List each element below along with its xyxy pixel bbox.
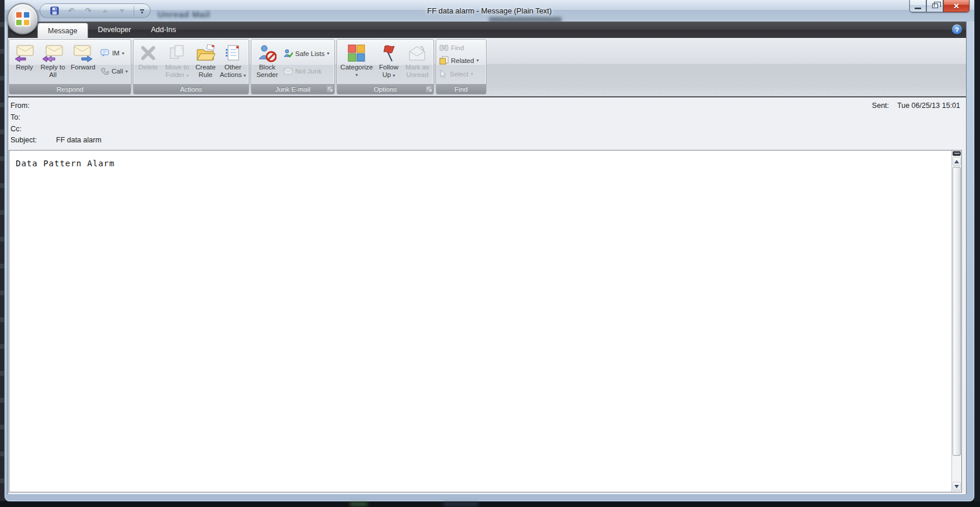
restore-button[interactable] <box>926 0 943 12</box>
options-dialog-launcher[interactable] <box>426 86 432 92</box>
vertical-scrollbar[interactable] <box>951 151 961 492</box>
delete-icon <box>139 44 157 62</box>
ribbon-group-respond: Reply Reply to All <box>9 39 131 95</box>
forward-icon <box>72 44 93 62</box>
next-item-button <box>116 5 128 16</box>
related-button[interactable]: Related▾ <box>438 55 481 66</box>
office-button[interactable] <box>7 3 38 34</box>
create-rule-button[interactable]: Create Rule <box>192 40 218 84</box>
safe-lists-icon <box>284 49 293 58</box>
tab-message[interactable]: Message <box>37 23 88 38</box>
tab-developer[interactable]: Developer <box>88 22 141 38</box>
scroll-down-button[interactable] <box>953 482 961 491</box>
call-button[interactable]: Call▾ <box>99 66 130 76</box>
find-button: Find <box>438 43 481 53</box>
customize-qat-icon <box>140 9 144 11</box>
group-label-respond: Respond <box>9 84 131 94</box>
sent-row: Sent: Tue 06/25/13 15:01 <box>872 102 960 110</box>
screen: Unread Mail FF data alarm - Message (Pla… <box>0 0 980 507</box>
redo-button: ↷ <box>82 5 94 16</box>
junk-dialog-launcher[interactable] <box>327 86 333 92</box>
subject-value: FF data alarm <box>56 136 102 144</box>
close-icon: ✕ <box>953 2 960 10</box>
scroll-up-icon <box>954 160 959 163</box>
dialog-launcher-icon <box>427 87 432 92</box>
scroll-up-button[interactable] <box>953 157 961 166</box>
find-icon <box>439 44 449 51</box>
find-column: Find Related▾ <box>438 40 481 84</box>
categorize-icon <box>348 44 365 62</box>
ribbon-group-options: Categorize▾ Follow Up ▾ <box>337 39 434 95</box>
message-body[interactable]: Data Pattern Alarm <box>9 150 962 492</box>
block-sender-button[interactable]: Block Sender <box>253 40 282 84</box>
group-label-junk: Junk E-mail <box>251 84 334 94</box>
group-label-find: Find <box>436 84 486 94</box>
reply-to-all-icon <box>42 44 64 62</box>
related-icon <box>439 56 449 65</box>
split-handle[interactable] <box>953 151 961 156</box>
mark-as-unread-button: Mark as Unread <box>402 40 432 84</box>
customize-qat-button[interactable]: ▾ <box>140 8 144 14</box>
window-content: Message Developer Add-Ins ? <box>8 22 967 494</box>
background-bottom-edge <box>0 501 980 507</box>
minimize-button[interactable] <box>909 0 926 12</box>
safe-lists-button[interactable]: Safe Lists▾ <box>282 48 331 59</box>
im-icon <box>100 49 110 57</box>
help-icon: ? <box>955 26 959 33</box>
background-smudge <box>350 502 368 506</box>
sent-value: Tue 06/25/13 15:01 <box>897 102 960 110</box>
group-label-actions: Actions <box>134 84 249 94</box>
message-window: Unread Mail FF data alarm - Message (Pla… <box>5 0 974 501</box>
forward-button[interactable]: Forward <box>67 40 99 84</box>
cc-label: Cc: <box>10 125 56 133</box>
other-actions-icon <box>224 44 242 62</box>
save-icon <box>50 6 59 15</box>
block-sender-icon <box>258 44 276 62</box>
ribbon-group-find: Find Related▾ <box>436 39 487 95</box>
office-logo-icon <box>14 10 32 27</box>
subject-label: Subject: <box>10 136 56 144</box>
create-rule-icon <box>195 44 215 62</box>
redo-icon: ↷ <box>85 6 92 15</box>
scroll-down-icon <box>954 485 959 488</box>
reply-to-all-button[interactable]: Reply to All <box>38 40 68 84</box>
background-right-edge <box>974 0 980 507</box>
not-junk-icon <box>284 68 293 75</box>
respond-small-column: IM▾ Call▾ <box>99 40 130 84</box>
minimize-icon <box>915 8 921 9</box>
im-button[interactable]: IM▾ <box>99 48 130 58</box>
qat-separator <box>134 6 134 16</box>
message-header: From: To: Cc: Subject: FF data alarm Sen… <box>8 97 966 150</box>
previous-item-button <box>99 5 111 16</box>
ribbon-group-junk: Block Sender Safe Lists▾ <box>251 39 335 95</box>
reply-icon <box>14 44 35 62</box>
group-label-options: Options <box>337 84 433 94</box>
background-window-edge <box>0 0 5 507</box>
call-icon <box>100 67 109 75</box>
cc-row: Cc: <box>10 125 56 133</box>
not-junk-button: Not Junk <box>282 67 331 76</box>
from-row: From: <box>10 102 56 110</box>
ribbon-group-actions: Delete Move to Folder ▾ <box>133 39 249 95</box>
help-button[interactable]: ? <box>952 25 962 34</box>
message-body-text: Data Pattern Alarm <box>16 159 115 168</box>
categorize-button[interactable]: Categorize▾ <box>338 40 375 84</box>
other-actions-button[interactable]: Other Actions ▾ <box>218 40 247 84</box>
save-button[interactable] <box>48 5 60 16</box>
delete-button: Delete <box>135 40 162 84</box>
message-body-area: Data Pattern Alarm <box>8 150 966 494</box>
tab-addins[interactable]: Add-Ins <box>141 22 186 38</box>
reply-button[interactable]: Reply <box>10 40 38 84</box>
from-label: From: <box>10 102 56 110</box>
scrollbar-thumb[interactable] <box>953 167 961 456</box>
close-button[interactable]: ✕ <box>943 0 970 12</box>
ribbon: Reply Reply to All <box>8 38 966 96</box>
dialog-launcher-icon <box>328 87 332 92</box>
window-controls: ✕ <box>909 0 970 12</box>
quick-access-toolbar: ↶ ↷ ▾ <box>40 4 150 18</box>
background-smudge <box>443 502 478 506</box>
junk-small-column: Safe Lists▾ Not Junk <box>282 40 331 84</box>
undo-button: ↶ <box>65 5 77 16</box>
follow-up-button[interactable]: Follow Up ▾ <box>375 40 402 84</box>
subject-row: Subject: FF data alarm <box>10 136 102 144</box>
